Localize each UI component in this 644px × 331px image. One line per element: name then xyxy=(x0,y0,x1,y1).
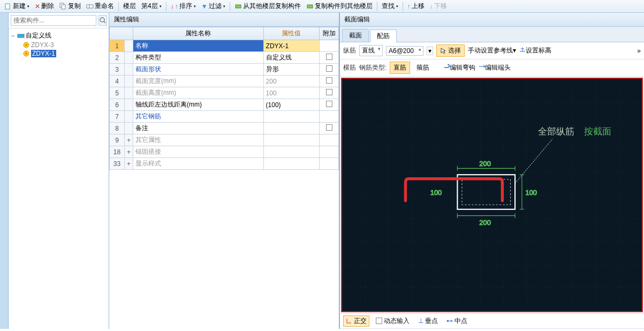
line-combo[interactable]: 直线 xyxy=(359,45,383,56)
property-grid[interactable]: 属性名称 属性值 附加 1名称ZDYX-12构件类型自定义线3截面形状异形4截面… xyxy=(109,27,339,329)
svg-rect-0 xyxy=(5,4,10,9)
section-panel-title: 截面编辑 xyxy=(340,13,644,27)
col-value: 属性值 xyxy=(263,27,319,40)
copy-from-button[interactable]: 从其他楼层复制构件 xyxy=(232,1,303,12)
dim-left: 100 xyxy=(430,189,442,197)
rebar-type-label: 钢筋类型: xyxy=(359,63,387,72)
mid-snap[interactable]: ⊷中点 xyxy=(444,316,469,326)
table-row[interactable]: 18+锚固搭接 xyxy=(110,146,339,158)
dim-right: 100 xyxy=(525,189,537,197)
canvas-annot-by: 按截面 xyxy=(584,126,611,137)
svg-rect-7 xyxy=(18,34,24,37)
property-panel: 属性编辑 属性名称 属性值 附加 1名称ZDYX-12构件类型自定义线3截面形状… xyxy=(109,13,339,329)
dim-top: 200 xyxy=(479,160,491,168)
svg-rect-12 xyxy=(342,79,642,310)
svg-rect-5 xyxy=(307,5,313,8)
floor-level-combo[interactable]: 第4层▾ xyxy=(139,1,164,12)
search-input[interactable] xyxy=(11,15,96,26)
set-elev-button[interactable]: 设置标高 xyxy=(519,46,551,55)
col-name: 属性名称 xyxy=(133,27,264,40)
table-row[interactable]: 8备注 xyxy=(110,123,339,134)
new-button[interactable]: 新建▾ xyxy=(2,1,32,12)
table-row[interactable]: 2构件类型自定义线 xyxy=(110,52,339,64)
table-row[interactable]: 5截面高度(mm)100 xyxy=(110,87,339,99)
property-panel-title: 属性编辑 xyxy=(109,13,339,27)
table-row[interactable]: 3截面形状异形 xyxy=(110,64,339,76)
canvas-annot-all: 全部纵筋 xyxy=(538,126,574,137)
table-row[interactable]: 9+其它属性 xyxy=(110,134,339,146)
svg-rect-4 xyxy=(236,5,241,8)
rename-button[interactable]: 重命名 xyxy=(84,1,116,12)
tree-root[interactable]: − 自定义线 xyxy=(10,31,108,41)
svg-point-11 xyxy=(25,52,27,55)
svg-point-9 xyxy=(25,44,27,46)
tab-section[interactable]: 截面 xyxy=(342,29,369,42)
table-row[interactable]: 6轴线距左边线距离(mm)(100) xyxy=(110,99,339,111)
col-extra: 附加 xyxy=(320,27,339,40)
rebar-toolbar-2: 横筋 钢筋类型: 直筋 箍筋 编辑弯钩 编辑端头 xyxy=(340,59,644,77)
tab-rebar[interactable]: 配筋 xyxy=(370,29,397,42)
search-button[interactable] xyxy=(99,15,107,26)
table-row[interactable]: 4截面宽度(mm)200 xyxy=(110,76,339,87)
dim-bottom: 200 xyxy=(479,219,491,227)
move-down-button[interactable]: ↓下移 xyxy=(428,1,449,12)
rebar-toolbar-1: 纵筋 直线 A6@200 ▾ 选择 手动设置参考线▾ 设置标高 » xyxy=(340,42,644,59)
copy-button[interactable]: 复制 xyxy=(57,1,83,12)
filter-button[interactable]: ▼过滤▾ xyxy=(199,1,228,12)
straight-button[interactable]: 直筋 xyxy=(390,62,410,74)
svg-rect-2 xyxy=(62,5,65,9)
manual-ref-button[interactable]: 手动设置参考线▾ xyxy=(468,46,516,55)
section-panel: 截面编辑 截面 配筋 纵筋 直线 A6@200 ▾ 选择 手动设置参考线▾ 设置… xyxy=(339,13,644,329)
transv-label: 横筋 xyxy=(343,63,356,72)
edit-end-button[interactable]: 编辑端头 xyxy=(479,63,511,72)
svg-rect-3 xyxy=(87,5,93,8)
overflow-icon[interactable]: » xyxy=(637,47,641,55)
component-tree: − 自定义线 ZDYX-3 ZDYX-1 xyxy=(9,28,109,60)
perp-snap[interactable]: ⊥垂点 xyxy=(416,316,440,326)
sort-button[interactable]: ↓↑排序▾ xyxy=(169,1,198,12)
svg-point-6 xyxy=(100,18,104,22)
canvas-status-bar: 正交 动态输入 ⊥垂点 ⊷中点 xyxy=(340,313,644,328)
floor-label: 楼层 xyxy=(121,1,138,12)
delete-button[interactable]: ✕删除 xyxy=(33,1,56,12)
find-button[interactable]: 查找▾ xyxy=(380,1,400,12)
move-up-button[interactable]: ↑上移 xyxy=(405,1,427,12)
edit-hook-button[interactable]: 编辑弯钩 xyxy=(443,63,475,72)
table-row[interactable]: 1名称ZDYX-1 xyxy=(110,40,339,52)
left-dock-strip xyxy=(0,13,9,329)
section-tabs: 截面 配筋 xyxy=(340,27,644,42)
coord-bar: (X: -661 Y: -766) 选择钢筋进行编辑，选择标注进行修改或移动; xyxy=(340,328,644,329)
dyn-input-toggle[interactable]: 动态输入 xyxy=(374,316,412,326)
tree-item-zdyx1[interactable]: ZDYX-1 xyxy=(10,49,108,58)
tree-panel: − 自定义线 ZDYX-3 ZDYX-1 xyxy=(9,13,109,329)
select-button[interactable]: 选择 xyxy=(436,44,465,57)
copy-to-button[interactable]: 复制构件到其他楼层 xyxy=(304,1,375,12)
ortho-toggle[interactable]: 正交 xyxy=(343,315,369,327)
main-toolbar: 新建▾ ✕删除 复制 重命名 楼层 第4层▾ ↓↑排序▾ ▼过滤▾ 从其他楼层复… xyxy=(0,0,644,13)
table-row[interactable]: 33+显示样式 xyxy=(110,158,339,170)
section-canvas[interactable]: 全部纵筋 按截面 200 100 200 100 xyxy=(341,78,643,312)
rebar-combo[interactable]: A6@200 xyxy=(386,46,423,56)
table-row[interactable]: 7其它钢筋 xyxy=(110,111,339,123)
stirrup-button[interactable]: 箍筋 xyxy=(413,62,433,73)
longit-label: 纵筋 xyxy=(343,46,356,55)
tree-item-zdyx3[interactable]: ZDYX-3 xyxy=(10,41,108,49)
